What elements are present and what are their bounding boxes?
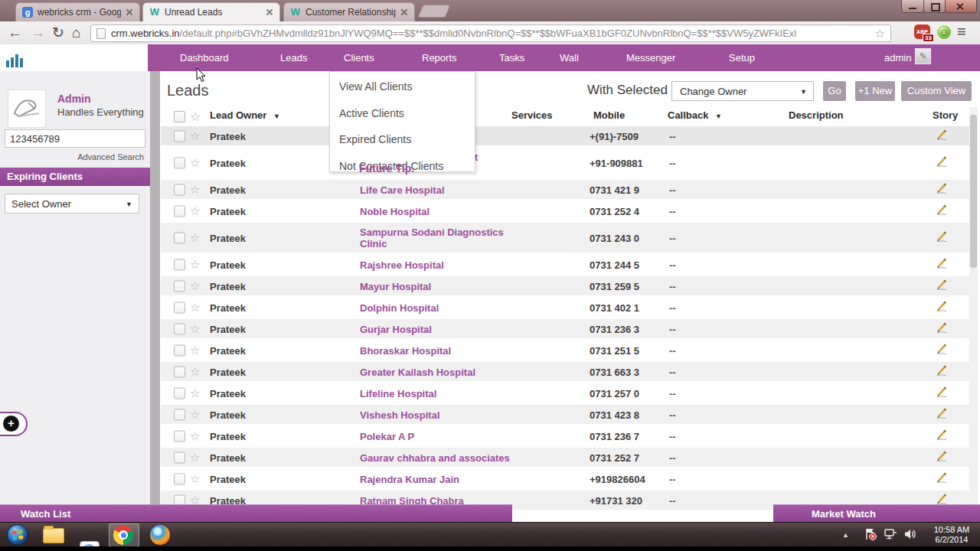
story-icon[interactable] — [936, 471, 948, 487]
nav-wall[interactable]: Wall — [560, 52, 579, 64]
star-header-icon[interactable]: ☆ — [190, 109, 201, 124]
scrollbar-thumb[interactable] — [970, 115, 977, 268]
bookmark-star-icon[interactable]: ☆ — [875, 27, 885, 41]
nav-admin[interactable]: admin — [884, 52, 911, 64]
lead-name-link[interactable]: Dolphin Hospital — [360, 302, 524, 313]
browser-tab-unread-leads[interactable]: W Unread Leads — [142, 2, 280, 21]
lead-name-link[interactable]: Noble Hospital — [360, 205, 524, 217]
clients-menu-item[interactable]: Expired Clients — [339, 133, 411, 145]
story-icon[interactable] — [936, 429, 948, 444]
row-checkbox[interactable] — [174, 130, 185, 142]
clients-menu-item[interactable]: View All Clients — [339, 80, 412, 93]
network-tray-icon[interactable] — [884, 528, 897, 540]
lead-name-link[interactable]: Lifeline Hospital — [360, 387, 524, 399]
start-orb-icon[interactable] — [6, 523, 29, 546]
tab-close-icon[interactable] — [400, 8, 408, 16]
row-checkbox[interactable] — [174, 184, 185, 195]
tab-close-icon[interactable] — [266, 8, 273, 16]
select-all-checkbox[interactable] — [174, 111, 185, 122]
chrome-taskbar-button[interactable] — [109, 523, 139, 547]
reload-icon[interactable]: ↻ — [52, 24, 64, 42]
lead-name-link[interactable]: Greater Kailash Hospital — [360, 366, 524, 377]
lead-name-link[interactable]: Gurjar Hospital — [360, 323, 524, 334]
lead-name-link[interactable]: Life Care Hospital — [360, 184, 524, 195]
adblock-icon[interactable]: ABP 33 — [914, 24, 930, 39]
story-icon[interactable] — [936, 204, 948, 219]
row-checkbox[interactable] — [174, 205, 185, 217]
nav-setup[interactable]: Setup — [729, 52, 755, 64]
star-icon[interactable]: ☆ — [190, 386, 200, 400]
search-input[interactable] — [5, 129, 145, 148]
star-icon[interactable]: ☆ — [190, 231, 200, 245]
star-icon[interactable]: ☆ — [190, 301, 200, 315]
go-button[interactable]: Go — [823, 81, 846, 101]
row-checkbox[interactable] — [174, 452, 185, 463]
column-lead-owner[interactable]: Lead Owner ▼ — [210, 109, 280, 121]
story-icon[interactable] — [936, 364, 948, 380]
story-icon[interactable] — [936, 386, 948, 401]
row-checkbox[interactable] — [174, 302, 185, 313]
column-services[interactable]: Services — [511, 109, 553, 121]
clients-menu-item[interactable]: Active Clients — [339, 107, 404, 119]
taskbar-clock[interactable]: 10:58 AM 6/2/2014 — [928, 525, 975, 545]
row-checkbox[interactable] — [174, 473, 185, 484]
story-icon[interactable] — [936, 450, 948, 465]
nav-reports[interactable]: Reports — [422, 52, 457, 64]
row-checkbox[interactable] — [174, 387, 185, 399]
story-icon[interactable] — [936, 343, 948, 358]
nav-dashboard[interactable]: Dashboard — [180, 52, 229, 64]
star-icon[interactable]: ☆ — [190, 365, 200, 379]
quick-add-widget[interactable]: + — [0, 412, 28, 436]
star-icon[interactable]: ☆ — [190, 322, 200, 336]
star-icon[interactable]: ☆ — [190, 129, 200, 143]
new-lead-button[interactable]: +1 New — [855, 81, 895, 101]
nav-tasks[interactable]: Tasks — [499, 52, 524, 64]
nav-clients[interactable]: Clients — [344, 52, 374, 64]
lead-name-link[interactable]: Polekar A P — [360, 430, 524, 442]
lead-name-link[interactable]: Vishesh Hospital — [360, 409, 524, 420]
extension-smiley-icon[interactable]: ☺ — [937, 25, 951, 39]
lead-name-link[interactable]: Sampurna Sodani Diagnostics Clinic — [360, 227, 524, 249]
story-icon[interactable] — [936, 230, 948, 246]
story-icon[interactable] — [936, 182, 948, 197]
row-checkbox[interactable] — [174, 344, 185, 356]
explorer-taskbar-icon[interactable] — [43, 528, 64, 543]
lead-name-link[interactable]: Gaurav chhabra and associates — [360, 452, 524, 463]
star-icon[interactable]: ☆ — [190, 408, 200, 422]
nav-leads[interactable]: Leads — [280, 52, 307, 64]
advanced-search-link[interactable]: Advanced Search — [5, 152, 144, 161]
window-minimize-button[interactable] — [901, 0, 924, 13]
lead-name-link[interactable]: Bhoraskar Hospital — [360, 344, 524, 356]
lead-name-link[interactable]: Rajshree Hospital — [360, 259, 524, 270]
star-icon[interactable]: ☆ — [190, 429, 200, 443]
custom-view-button[interactable]: Custom View ▼ — [901, 81, 972, 101]
forward-icon[interactable]: → — [31, 24, 45, 42]
story-icon[interactable] — [936, 129, 948, 144]
bulk-action-select[interactable]: Change Owner ▼ — [671, 81, 814, 101]
browser-tab-crm[interactable]: W Customer Relationship M — [283, 2, 415, 21]
row-checkbox[interactable] — [174, 323, 185, 334]
home-icon[interactable]: ⌂ — [72, 24, 80, 42]
lead-name-link[interactable]: Mayur Hospital — [360, 280, 524, 292]
browser-tab-google-search[interactable]: g webricks crm - Google Se — [15, 2, 140, 21]
action-center-flag-icon[interactable] — [864, 527, 877, 541]
address-bar[interactable]: crm.webricks.in /default.php#bGVhZHMvdml… — [90, 24, 891, 42]
window-restore-button[interactable] — [923, 0, 946, 13]
star-icon[interactable]: ☆ — [190, 344, 200, 357]
column-description[interactable]: Description — [789, 109, 844, 121]
nav-messenger[interactable]: Messenger — [626, 52, 675, 64]
story-icon[interactable] — [936, 407, 948, 422]
user-avatar[interactable]: ✎ — [915, 48, 931, 64]
row-checkbox[interactable] — [174, 409, 185, 420]
story-icon[interactable] — [936, 279, 948, 294]
star-icon[interactable]: ☆ — [190, 451, 200, 465]
star-icon[interactable]: ☆ — [190, 279, 200, 293]
star-icon[interactable]: ☆ — [190, 472, 200, 486]
column-story[interactable]: Story — [933, 109, 958, 121]
row-checkbox[interactable] — [174, 232, 185, 243]
column-mobile[interactable]: Mobile — [593, 109, 625, 121]
volume-tray-icon[interactable] — [903, 528, 917, 540]
browser-menu-icon[interactable]: ≡ — [957, 23, 966, 41]
star-icon[interactable]: ☆ — [190, 258, 200, 272]
market-watch-bar[interactable]: Market Watch — [773, 504, 980, 522]
